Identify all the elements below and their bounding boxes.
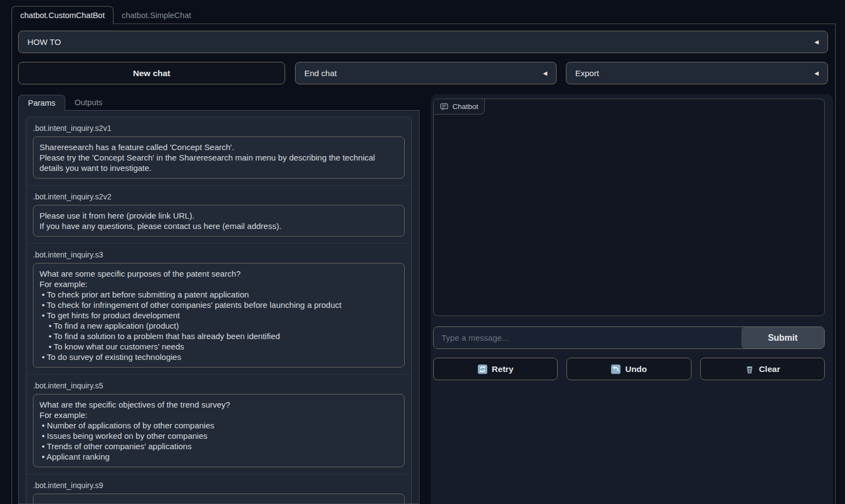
- params-outputs-tab-bar: Params Outputs: [18, 95, 112, 111]
- field-label: .bot.intent_inquiry.s5: [33, 381, 405, 390]
- howto-accordion-label: HOW TO: [27, 37, 61, 47]
- field-label: .bot.intent_inquiry.s2v2: [33, 192, 405, 201]
- undo-icon: [611, 364, 621, 374]
- message-input-row: Submit: [433, 327, 825, 349]
- howto-accordion[interactable]: HOW TO ◀: [18, 31, 828, 53]
- chat-column: Chatbot Submit Retry: [431, 94, 833, 504]
- field-textbox[interactable]: Please use it from here (provide link UR…: [33, 205, 405, 237]
- tab-simple-chat[interactable]: chatbot.SimpleChat: [114, 7, 200, 24]
- clear-button-label: Clear: [759, 364, 780, 374]
- tab-params[interactable]: Params: [18, 95, 65, 111]
- params-panel: .bot.intent_inquiry.s2v1 Shareresearch h…: [18, 110, 419, 504]
- field-textbox[interactable]: What are some specific purposes of the p…: [33, 263, 405, 368]
- field-label: .bot.intent_inquiry.s3: [33, 250, 405, 259]
- accordion-collapse-icon: ◀: [814, 39, 819, 45]
- field-block: .bot.intent_inquiry.s2v2 Please use it f…: [26, 186, 411, 244]
- chatbot-panel: Chatbot: [433, 99, 825, 316]
- accordion-collapse-icon: ◀: [543, 71, 547, 76]
- field-textbox[interactable]: What are the specific objectives of the …: [33, 394, 405, 467]
- field-textbox[interactable]: [33, 494, 405, 504]
- export-accordion-label: Export: [575, 68, 599, 78]
- field-block: .bot.intent_inquiry.s9: [26, 474, 411, 504]
- chatbot-panel-label: Chatbot: [434, 99, 485, 114]
- end-chat-accordion-label: End chat: [304, 68, 337, 78]
- undo-button[interactable]: Undo: [566, 358, 691, 380]
- tab-custom-chatbot[interactable]: chatbot.CustomChatBot: [12, 6, 114, 24]
- chat-actions-row: Retry Undo: [433, 358, 825, 380]
- field-block: .bot.intent_inquiry.s2v1 Shareresearch h…: [26, 117, 411, 186]
- new-chat-button[interactable]: New chat: [18, 62, 285, 84]
- field-textbox[interactable]: Shareresearch has a feature called 'Conc…: [33, 136, 405, 179]
- field-label: .bot.intent_inquiry.s2v1: [33, 124, 405, 133]
- export-accordion[interactable]: Export ◀: [566, 62, 828, 84]
- field-label: .bot.intent_inquiry.s9: [33, 481, 405, 490]
- trash-icon: [745, 364, 755, 374]
- params-form: .bot.intent_inquiry.s2v1 Shareresearch h…: [26, 117, 412, 504]
- message-input[interactable]: [434, 327, 741, 348]
- retry-icon: [478, 364, 487, 374]
- end-chat-accordion[interactable]: End chat ◀: [295, 62, 557, 84]
- retry-button-label: Retry: [492, 364, 514, 374]
- accordion-collapse-icon: ◀: [814, 71, 819, 76]
- app-window: chatbot.CustomChatBot chatbot.SimpleChat…: [0, 0, 845, 504]
- tab-outputs[interactable]: Outputs: [65, 95, 112, 111]
- chat-bubble-icon: [440, 102, 449, 111]
- chatbot-panel-label-text: Chatbot: [452, 102, 478, 111]
- field-block: .bot.intent_inquiry.s3 What are some spe…: [26, 244, 411, 375]
- field-block: .bot.intent_inquiry.s5 What are the spec…: [26, 375, 411, 474]
- submit-button[interactable]: Submit: [741, 327, 824, 348]
- retry-button[interactable]: Retry: [433, 358, 558, 380]
- clear-button[interactable]: Clear: [700, 358, 825, 380]
- undo-button-label: Undo: [625, 364, 647, 374]
- top-tab-bar: chatbot.CustomChatBot chatbot.SimpleChat: [12, 6, 200, 24]
